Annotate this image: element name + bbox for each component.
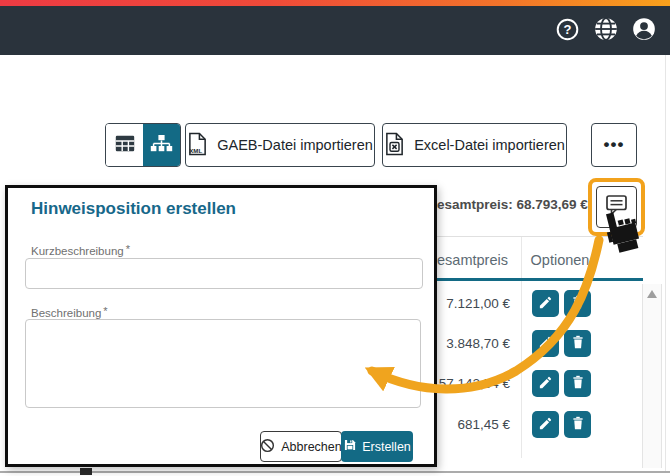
create-button[interactable]: Erstellen: [341, 431, 413, 462]
column-header-options: Optionen: [522, 252, 598, 268]
svg-text:XML: XML: [190, 147, 203, 154]
pencil-icon: [538, 295, 553, 313]
excel-import-label: Excel-Datei importieren: [414, 137, 565, 153]
column-header-price: esamtpreis: [437, 252, 508, 268]
app-window: ?: [0, 0, 670, 476]
help-icon: ?: [555, 17, 580, 45]
trash-icon: [571, 335, 585, 353]
required-asterisk: *: [126, 243, 130, 255]
scroll-up-button[interactable]: [646, 289, 658, 298]
content-right-edge: [665, 55, 666, 472]
gaeb-import-button[interactable]: XML GAEB-Datei importieren: [185, 123, 375, 167]
account-icon: [631, 16, 657, 45]
total-price-text: esamtpreis: 68.793,69 €: [437, 197, 588, 212]
block-icon: [260, 438, 275, 456]
trash-icon: [571, 295, 585, 313]
description-textarea[interactable]: [25, 319, 421, 408]
account-button[interactable]: [630, 17, 657, 44]
xml-file-icon: XML: [187, 132, 208, 159]
view-toggle: [105, 123, 181, 167]
trash-icon: [571, 416, 585, 434]
short-description-label: Kurzbeschreibung*: [31, 243, 130, 257]
comment-button[interactable]: [596, 186, 637, 228]
delete-row-button[interactable]: [564, 370, 591, 397]
comment-icon: [604, 193, 629, 221]
delete-row-button[interactable]: [564, 290, 591, 317]
table-view-button[interactable]: [106, 124, 143, 166]
required-asterisk: *: [103, 305, 107, 317]
sitemap-icon: [150, 134, 173, 156]
short-description-input[interactable]: [25, 258, 423, 289]
triangle-up-icon: [647, 290, 657, 298]
globe-icon: [593, 16, 619, 45]
cancel-button[interactable]: Abbrechen: [260, 431, 342, 462]
summary-divider: [437, 236, 643, 237]
table-scrollbar[interactable]: [642, 284, 662, 468]
edit-row-button[interactable]: [532, 370, 559, 397]
trash-icon: [571, 375, 585, 393]
delete-row-button[interactable]: [564, 330, 591, 357]
edit-row-button[interactable]: [532, 290, 559, 317]
excel-import-button[interactable]: Excel-Datei importieren: [382, 123, 567, 167]
create-label: Erstellen: [362, 440, 411, 454]
horizontal-scrollbar[interactable]: [0, 471, 670, 474]
gaeb-import-label: GAEB-Datei importieren: [217, 137, 373, 153]
tree-view-button[interactable]: [143, 124, 180, 166]
dialog-title: Hinweisposition erstellen: [31, 199, 236, 219]
table-header-underline: [437, 278, 643, 281]
description-label: Beschreibung*: [31, 305, 108, 319]
ellipsis-icon: •••: [604, 135, 625, 155]
save-icon: [343, 438, 357, 455]
pencil-icon: [538, 375, 553, 393]
column-divider: [521, 237, 522, 458]
edit-row-button[interactable]: [532, 411, 559, 438]
delete-row-button[interactable]: [564, 411, 591, 438]
table-icon: [115, 135, 135, 155]
help-button[interactable]: ?: [554, 17, 581, 44]
more-actions-button[interactable]: •••: [591, 123, 637, 167]
horizontal-scroll-thumb[interactable]: [80, 468, 92, 475]
cancel-label: Abbrechen: [281, 440, 341, 454]
pencil-icon: [538, 335, 553, 353]
edit-row-button[interactable]: [532, 330, 559, 357]
svg-text:?: ?: [564, 22, 572, 37]
create-note-dialog: Hinweisposition erstellen Kurzbeschreibu…: [5, 185, 437, 467]
language-button[interactable]: [592, 17, 619, 44]
excel-file-icon: [384, 132, 405, 159]
pencil-icon: [538, 416, 553, 434]
top-navigation-bar: ?: [0, 6, 670, 55]
